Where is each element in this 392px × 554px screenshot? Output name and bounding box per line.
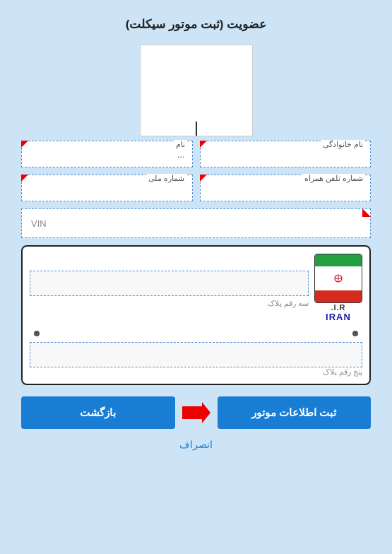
svg-marker-3 — [182, 402, 210, 423]
phone-field: شماره تلفن همراه — [200, 175, 372, 201]
iran-label: IRAN — [326, 312, 351, 322]
plate-three-label: سه رقم پلاک — [30, 299, 309, 308]
national-id-input[interactable] — [21, 175, 193, 201]
cancel-link[interactable]: انصراف — [179, 439, 213, 450]
national-id-field: شماره ملی — [21, 175, 193, 201]
plate-five-input[interactable] — [30, 342, 362, 367]
lastname-field: نام خانوادگی — [200, 141, 372, 167]
plate-three-input[interactable] — [30, 271, 309, 296]
text-cursor — [196, 122, 197, 136]
firstname-field: نام — [21, 141, 193, 167]
flag-green — [315, 254, 362, 266]
id-phone-row: شماره تلفن همراه شماره ملی — [21, 175, 371, 201]
required-indicator — [21, 175, 28, 182]
dot-left — [352, 331, 358, 336]
vin-row: VIN — [21, 208, 371, 238]
name-row: نام خانوادگی نام — [21, 141, 371, 167]
register-button[interactable]: ثبت اطلاعات موتور — [218, 396, 372, 429]
flag-red — [315, 290, 362, 302]
page-title: عضویت (ثبت موتور سیکلت) — [126, 17, 267, 32]
flag-white — [315, 266, 362, 290]
required-indicator-vin — [362, 208, 371, 217]
main-container: عضویت (ثبت موتور سیکلت) نام خانوادگی نام… — [0, 0, 392, 554]
plate-five-label: پنج رقم پلاک — [30, 367, 362, 377]
iran-text-area: I.R. IRAN — [326, 303, 351, 325]
required-indicator — [21, 141, 28, 148]
emblem-icon — [333, 273, 344, 284]
photo-upload-area[interactable] — [140, 45, 253, 136]
vin-input[interactable] — [21, 208, 371, 238]
plate-dots-row — [30, 331, 362, 336]
plate-section: I.R. IRAN سه رقم پلاک پنج رقم پلاک — [21, 245, 371, 385]
ir-label: I.R. — [331, 303, 345, 312]
dot-right — [34, 331, 40, 336]
required-indicator — [200, 175, 207, 182]
plate-top-row: I.R. IRAN سه رقم پلاک — [30, 254, 362, 325]
arrow-icon — [182, 402, 210, 423]
buttons-row: ثبت اطلاعات موتور بازگشت — [21, 396, 371, 429]
phone-input[interactable] — [200, 175, 372, 201]
required-indicator — [200, 141, 207, 148]
back-button[interactable]: بازگشت — [21, 396, 175, 429]
plate-three-container: سه رقم پلاک — [30, 271, 309, 308]
iran-flag — [314, 254, 362, 303]
firstname-input[interactable] — [21, 141, 193, 167]
plate-five-row: پنج رقم پلاک — [30, 342, 362, 377]
iran-flag-block: I.R. IRAN — [314, 254, 362, 325]
lastname-input[interactable] — [200, 141, 372, 167]
